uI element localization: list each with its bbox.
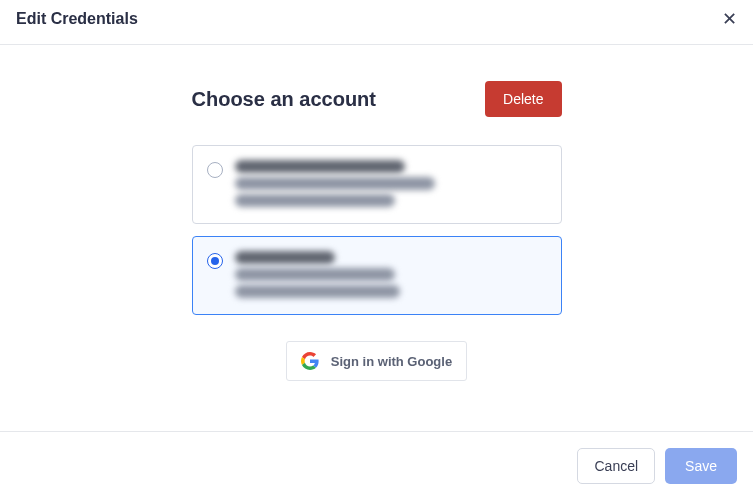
account-email <box>235 268 395 281</box>
dialog-title: Edit Credentials <box>16 10 138 28</box>
account-name <box>235 251 335 264</box>
account-email <box>235 177 435 190</box>
section-title: Choose an account <box>192 88 376 111</box>
google-icon <box>301 352 319 370</box>
cancel-button[interactable]: Cancel <box>577 448 655 484</box>
delete-button[interactable]: Delete <box>485 81 561 117</box>
account-info <box>235 160 435 207</box>
account-list <box>192 145 562 315</box>
dialog-content: Choose an account Delete <box>0 45 753 381</box>
account-created <box>235 194 395 207</box>
account-option[interactable] <box>192 145 562 224</box>
radio-icon[interactable] <box>207 253 223 269</box>
account-name <box>235 160 405 173</box>
sign-in-with-google-button[interactable]: Sign in with Google <box>286 341 467 381</box>
dialog-footer: Cancel Save <box>0 431 753 502</box>
save-button[interactable]: Save <box>665 448 737 484</box>
section-header: Choose an account Delete <box>192 81 562 117</box>
radio-icon[interactable] <box>207 162 223 178</box>
account-option[interactable] <box>192 236 562 315</box>
account-created <box>235 285 400 298</box>
google-signin-label: Sign in with Google <box>331 354 452 369</box>
account-info <box>235 251 400 298</box>
dialog-header: Edit Credentials ✕ <box>0 0 753 44</box>
close-icon[interactable]: ✕ <box>722 10 737 28</box>
